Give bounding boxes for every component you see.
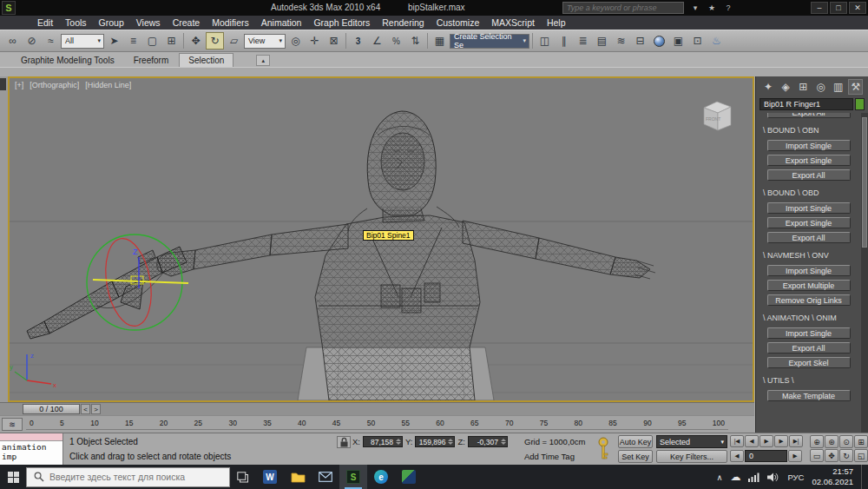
obn-export-single-button[interactable]: Export Single	[767, 155, 851, 166]
taskbar-clock[interactable]: 21:57 02.06.2021	[812, 466, 853, 487]
track-bar[interactable]: ≋ 0 5 10 15 20 25 30 35 40 45 50 55 60 6…	[0, 415, 754, 433]
tab-selection[interactable]: Selection	[179, 53, 233, 67]
panel-scrollbar[interactable]	[861, 113, 868, 433]
menu-create[interactable]: Create	[167, 16, 207, 30]
viewport-canvas[interactable]: Z FRONT z x y	[10, 78, 753, 400]
maxscript-mini-listener[interactable]: animation imp	[0, 433, 63, 466]
previous-frame-button[interactable]: ◀	[745, 435, 759, 447]
favorites-star-icon[interactable]: ★	[705, 2, 719, 14]
mini-curve-editor-button[interactable]: ≋	[2, 418, 23, 431]
menu-customize[interactable]: Customize	[431, 16, 486, 30]
selection-region-button[interactable]: ▢	[143, 32, 161, 50]
obd-export-all-button[interactable]: Export All	[767, 232, 851, 243]
volume-icon[interactable]	[767, 472, 779, 482]
show-desktop-button[interactable]	[861, 465, 865, 489]
onv-export-multiple-button[interactable]: Export Multiple	[767, 280, 851, 291]
bind-to-spacewarp-button[interactable]: ≈	[42, 32, 60, 50]
taskbar-app-edge[interactable]: e	[367, 465, 395, 489]
tray-expand-icon[interactable]: ∧	[716, 472, 722, 482]
taskbar-app-other[interactable]	[395, 465, 423, 489]
select-and-move-button[interactable]: ✥	[187, 32, 205, 50]
search-scope-icon[interactable]: ▾	[688, 2, 702, 14]
taskbar-app-explorer[interactable]	[284, 465, 312, 489]
rendered-frame-window-button[interactable]: ⊡	[688, 32, 707, 50]
edit-named-sets-button[interactable]: ▦	[431, 32, 449, 50]
language-indicator[interactable]: РУС	[787, 472, 804, 482]
create-tab-icon[interactable]: ✦	[761, 79, 776, 95]
time-slider-handle[interactable]: 0 / 100	[23, 404, 80, 414]
zoom-region-button[interactable]: ▭	[810, 449, 824, 462]
selection-filter-dropdown[interactable]: All ▾	[61, 34, 104, 49]
listener-pane[interactable]: animation imp	[0, 441, 62, 465]
frame-back-button[interactable]: ◀	[730, 450, 744, 462]
taskbar-search[interactable]	[26, 467, 230, 487]
play-button[interactable]: ▶	[760, 435, 773, 447]
close-button[interactable]: ✕	[849, 2, 866, 14]
keyboard-override-button[interactable]: ⊠	[325, 32, 343, 50]
menu-graph-editors[interactable]: Graph Editors	[307, 16, 376, 30]
obn-export-all-button[interactable]: Export All	[767, 169, 851, 181]
render-setup-button[interactable]: ▣	[669, 32, 687, 50]
set-key-button[interactable]: Set Key	[618, 450, 653, 463]
select-object-button[interactable]: ➤	[105, 32, 123, 50]
tab-graphite-modeling-tools[interactable]: Graphite Modeling Tools	[12, 54, 123, 67]
menu-modifiers[interactable]: Modifiers	[206, 16, 255, 30]
minimize-button[interactable]: –	[811, 2, 828, 14]
render-production-button[interactable]: ♨	[707, 32, 726, 50]
select-and-scale-button[interactable]: ▱	[225, 32, 243, 50]
menu-help[interactable]: Help	[541, 16, 572, 30]
z-coordinate-field[interactable]: -0,307	[468, 436, 508, 447]
go-to-start-button[interactable]: |◀	[730, 435, 744, 447]
viewport-pov-menu[interactable]: [Orthographic]	[30, 81, 79, 89]
view-cube[interactable]: FRONT	[704, 102, 731, 130]
utils-template-button[interactable]: Make Template	[767, 390, 851, 401]
viewport-plus-menu[interactable]: [+]	[15, 81, 23, 89]
pan-button[interactable]: ✥	[825, 449, 838, 462]
network-icon[interactable]	[748, 472, 760, 482]
app-logo-icon[interactable]: S	[2, 1, 16, 15]
time-slider[interactable]: 0 / 100 < >	[0, 402, 754, 415]
object-name-field[interactable]: Bip01 R Finger1	[760, 98, 853, 110]
layer-manager-button[interactable]: ≣	[574, 32, 592, 50]
menu-group[interactable]: Group	[93, 16, 130, 30]
modify-tab-icon[interactable]: ◈	[779, 79, 793, 95]
hierarchy-tab-icon[interactable]: ⊞	[796, 79, 811, 95]
taskbar-search-input[interactable]	[49, 472, 214, 482]
ribbon-minimize-button[interactable]: ▴	[256, 55, 270, 66]
wirecolor-swatch[interactable]	[855, 98, 865, 110]
obd-export-single-button[interactable]: Export Single	[767, 217, 851, 228]
menu-views[interactable]: Views	[130, 16, 167, 30]
menu-edit[interactable]: Edit	[31, 16, 59, 30]
display-tab-icon[interactable]: ▥	[831, 79, 845, 95]
go-to-end-button[interactable]: ▶|	[789, 435, 803, 447]
utilities-tab-icon[interactable]: ⚒	[848, 79, 863, 95]
motion-tab-icon[interactable]: ◎	[813, 79, 828, 95]
maximize-button[interactable]: □	[830, 2, 847, 14]
use-pivot-center-button[interactable]: ◎	[286, 32, 305, 50]
panel-scrollbar-thumb[interactable]	[862, 117, 867, 248]
curve-editor-button[interactable]: ≋	[612, 32, 630, 50]
onim-export-skel-button[interactable]: Export Skel	[767, 357, 851, 368]
infocenter-search-input[interactable]	[562, 2, 684, 14]
menu-animation[interactable]: Animation	[255, 16, 308, 30]
percent-snap-button[interactable]: %	[387, 32, 405, 50]
taskbar-app-word[interactable]: W	[256, 465, 284, 489]
orbit-button[interactable]: ↻	[839, 449, 853, 462]
help-icon[interactable]: ?	[721, 2, 735, 14]
obd-import-single-button[interactable]: Import Single	[767, 202, 851, 214]
spinner-icon[interactable]	[500, 439, 507, 445]
mirror-button[interactable]: ◫	[536, 32, 554, 50]
selection-lock-toggle[interactable]	[337, 436, 351, 448]
key-set-dropdown[interactable]: Selected ▾	[656, 435, 727, 448]
snaps-toggle-button[interactable]: 3	[349, 32, 367, 50]
y-coordinate-field[interactable]: 159,896	[415, 436, 455, 447]
key-filters-button[interactable]: Key Filters...	[656, 450, 727, 463]
menu-rendering[interactable]: Rendering	[376, 16, 430, 30]
schematic-view-button[interactable]: ⊟	[631, 32, 649, 50]
spinner-icon[interactable]	[447, 439, 454, 445]
window-crossing-button[interactable]: ⊞	[162, 32, 181, 50]
next-frame-button[interactable]: ▶	[774, 435, 788, 447]
named-selection-sets-dropdown[interactable]: Create Selection Se ▾	[450, 34, 529, 49]
add-time-tag[interactable]: Add Time Tag	[524, 452, 575, 461]
menu-tools[interactable]: Tools	[59, 16, 93, 30]
